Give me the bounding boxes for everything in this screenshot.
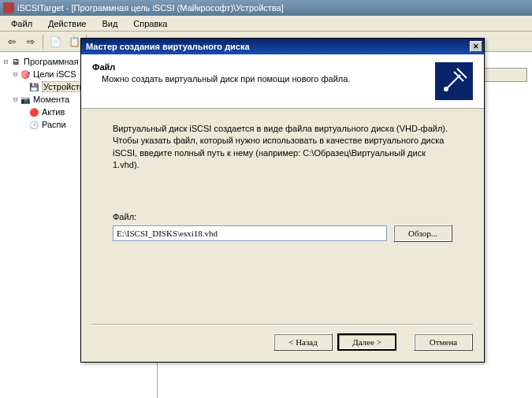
collapse-icon[interactable]: ⊟ [2, 58, 10, 65]
close-button[interactable]: ✕ [470, 41, 482, 52]
back-button[interactable]: ⇦ [3, 33, 20, 50]
server-icon: 🖥 [10, 56, 21, 67]
main-window-titlebar: iSCSITarget - [Программная цель iSCSI (М… [0, 0, 532, 16]
cancel-button[interactable]: Отмена [414, 333, 473, 351]
wizard-dialog: Мастер создания виртуального диска ✕ Фай… [80, 38, 485, 363]
collapse-icon[interactable]: ⊟ [11, 70, 20, 78]
menu-action[interactable]: Действие [42, 17, 92, 30]
dialog-title: Мастер создания виртуального диска [86, 42, 250, 51]
forward-button[interactable]: ⇨ [22, 33, 39, 50]
wizard-icon [435, 62, 473, 100]
app-icon [3, 2, 14, 13]
dialog-header-subtitle: Можно создать виртуальный диск при помощ… [92, 74, 435, 84]
menubar: Файл Действие Вид Справка [0, 16, 532, 32]
dialog-body: Виртуальный диск iSCSI создается в виде … [81, 109, 484, 256]
file-path-input[interactable] [113, 225, 387, 241]
dialog-titlebar: Мастер создания виртуального диска ✕ [81, 39, 484, 54]
target-icon: 🎯 [20, 69, 31, 80]
snapshot-icon: 🔴 [28, 106, 39, 117]
svg-point-0 [444, 87, 448, 91]
main-window-title: iSCSITarget - [Программная цель iSCSI (М… [17, 3, 284, 13]
collapse-icon[interactable]: ⊟ [11, 95, 20, 103]
menu-file[interactable]: Файл [5, 17, 39, 30]
dialog-instruction-text: Виртуальный диск iSCSI создается в виде … [113, 123, 452, 172]
clock-icon: 🕒 [28, 119, 39, 130]
menu-view[interactable]: Вид [95, 17, 124, 30]
create-vdisk-button[interactable]: 📄 [47, 33, 64, 50]
next-button[interactable]: Далее > [337, 333, 396, 351]
dialog-header: Файл Можно создать виртуальный диск при … [81, 54, 484, 109]
toolbar-separator [43, 35, 43, 49]
disk-icon: 💾 [28, 81, 39, 92]
dialog-header-title: Файл [92, 62, 435, 72]
browse-button[interactable]: Обзор... [393, 225, 452, 242]
camera-icon: 📷 [20, 94, 31, 105]
dialog-footer: < Назад Далее > Отмена [92, 325, 473, 351]
back-button[interactable]: < Назад [273, 333, 333, 351]
menu-help[interactable]: Справка [127, 17, 173, 30]
file-field-label: Файл: [113, 211, 452, 223]
